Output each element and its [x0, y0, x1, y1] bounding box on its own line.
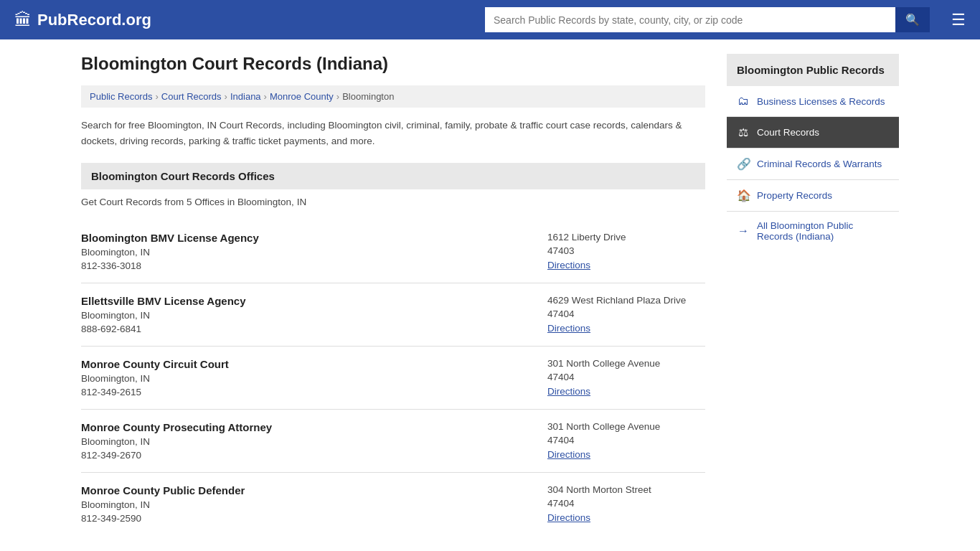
- search-icon: 🔍: [905, 14, 920, 26]
- site-header: 🏛 PubRecord.org 🔍 ☰: [0, 0, 980, 39]
- breadcrumb-court-records[interactable]: Court Records: [161, 91, 222, 102]
- sidebar: Bloomington Public Records 🗂 Business Li…: [727, 54, 899, 535]
- office-phone: 812-349-2670: [81, 450, 272, 461]
- office-card: Bloomington BMV License Agency Bloomingt…: [81, 220, 705, 283]
- office-phone: 812-349-2590: [81, 513, 245, 524]
- office-street: 1612 Liberty Drive: [547, 232, 705, 242]
- office-city: Bloomington, IN: [81, 373, 229, 384]
- search-input[interactable]: [485, 7, 895, 32]
- page-description: Search for free Bloomington, IN Court Re…: [81, 118, 705, 149]
- offices-list: Bloomington BMV License Agency Bloomingt…: [81, 220, 705, 535]
- get-records-text: Get Court Records from 5 Offices in Bloo…: [81, 197, 705, 207]
- sidebar-item-label: Property Records: [757, 190, 832, 201]
- office-zip: 47403: [547, 245, 705, 256]
- office-name: Bloomington BMV License Agency: [81, 232, 259, 244]
- sidebar-item-business-licenses--records[interactable]: 🗂 Business Licenses & Records: [727, 86, 899, 117]
- office-info: Ellettsville BMV License Agency Blooming…: [81, 295, 246, 334]
- office-card: Ellettsville BMV License Agency Blooming…: [81, 283, 705, 347]
- search-button[interactable]: 🔍: [895, 7, 930, 32]
- sidebar-all-label: All Bloomington Public Records (Indiana): [757, 220, 889, 242]
- office-street: 4629 West Richland Plaza Drive: [547, 295, 705, 306]
- office-zip: 47404: [547, 498, 705, 509]
- office-info: Monroe County Prosecuting Attorney Bloom…: [81, 421, 272, 461]
- office-phone: 888-692-6841: [81, 324, 246, 334]
- office-city: Bloomington, IN: [81, 499, 245, 510]
- arrow-icon: →: [737, 225, 750, 237]
- office-address: 1612 Liberty Drive 47403 Directions: [547, 232, 705, 270]
- directions-link[interactable]: Directions: [547, 512, 590, 523]
- sidebar-all-records-link[interactable]: → All Bloomington Public Records (Indian…: [727, 212, 899, 250]
- breadcrumb-public-records[interactable]: Public Records: [90, 91, 152, 102]
- office-name: Monroe County Circuit Court: [81, 358, 229, 370]
- logo-icon: 🏛: [14, 10, 32, 30]
- office-name: Monroe County Prosecuting Attorney: [81, 421, 272, 433]
- search-area: 🔍: [485, 7, 930, 32]
- sidebar-item-property-records[interactable]: 🏠 Property Records: [727, 180, 899, 212]
- logo-text: PubRecord.org: [37, 11, 151, 29]
- office-address: 304 North Morton Street 47404 Directions: [547, 484, 705, 523]
- sidebar-icon: 🗂: [737, 95, 750, 108]
- office-zip: 47404: [547, 435, 705, 446]
- office-info: Monroe County Circuit Court Bloomington,…: [81, 358, 229, 397]
- office-name: Ellettsville BMV License Agency: [81, 295, 246, 307]
- menu-icon: ☰: [951, 11, 966, 29]
- menu-button[interactable]: ☰: [951, 12, 966, 28]
- sidebar-item-criminal-records--warrants[interactable]: 🔗 Criminal Records & Warrants: [727, 149, 899, 180]
- directions-link[interactable]: Directions: [547, 449, 590, 460]
- office-street: 304 North Morton Street: [547, 484, 705, 495]
- content-area: Bloomington Court Records (Indiana) Publ…: [81, 54, 705, 535]
- office-street: 301 North College Avenue: [547, 421, 705, 432]
- sidebar-item-court-records[interactable]: ⚖ Court Records: [727, 117, 899, 149]
- logo-link[interactable]: 🏛 PubRecord.org: [14, 10, 151, 30]
- office-info: Monroe County Public Defender Bloomingto…: [81, 484, 245, 524]
- sidebar-item-label: Court Records: [757, 127, 819, 138]
- sidebar-title: Bloomington Public Records: [727, 54, 899, 86]
- office-city: Bloomington, IN: [81, 247, 259, 258]
- office-info: Bloomington BMV License Agency Bloomingt…: [81, 232, 259, 271]
- office-address: 301 North College Avenue 47404 Direction…: [547, 358, 705, 397]
- sidebar-item-label: Business Licenses & Records: [757, 96, 885, 107]
- office-phone: 812-336-3018: [81, 260, 259, 271]
- office-name: Monroe County Public Defender: [81, 484, 245, 496]
- office-zip: 47404: [547, 372, 705, 382]
- main-container: Bloomington Court Records (Indiana) Publ…: [60, 39, 920, 550]
- directions-link[interactable]: Directions: [547, 386, 590, 397]
- office-city: Bloomington, IN: [81, 310, 246, 321]
- directions-link[interactable]: Directions: [547, 323, 590, 334]
- office-card: Monroe County Prosecuting Attorney Bloom…: [81, 410, 705, 473]
- sidebar-icon: ⚖: [737, 126, 750, 139]
- office-phone: 812-349-2615: [81, 387, 229, 397]
- directions-link[interactable]: Directions: [547, 260, 590, 270]
- office-card: Monroe County Circuit Court Bloomington,…: [81, 347, 705, 410]
- breadcrumb-monroe-county[interactable]: Monroe County: [270, 91, 334, 102]
- office-street: 301 North College Avenue: [547, 358, 705, 369]
- office-city: Bloomington, IN: [81, 436, 272, 447]
- breadcrumb: Public Records › Court Records › Indiana…: [81, 85, 705, 108]
- office-address: 301 North College Avenue 47404 Direction…: [547, 421, 705, 460]
- page-title: Bloomington Court Records (Indiana): [81, 54, 705, 74]
- section-header: Bloomington Court Records Offices: [81, 163, 705, 189]
- breadcrumb-indiana[interactable]: Indiana: [230, 91, 261, 102]
- sidebar-icon: 🏠: [737, 189, 750, 202]
- breadcrumb-current: Bloomington: [342, 91, 394, 102]
- sidebar-icon: 🔗: [737, 157, 750, 171]
- sidebar-item-label: Criminal Records & Warrants: [757, 159, 882, 169]
- office-card: Monroe County Public Defender Bloomingto…: [81, 473, 705, 535]
- office-zip: 47404: [547, 309, 705, 319]
- office-address: 4629 West Richland Plaza Drive 47404 Dir…: [547, 295, 705, 334]
